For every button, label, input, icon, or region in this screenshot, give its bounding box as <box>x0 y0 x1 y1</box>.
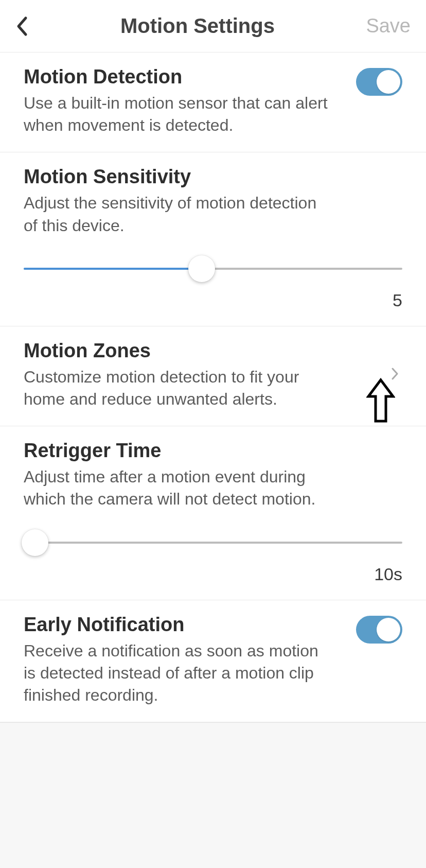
motion-sensitivity-desc: Adjust the sensitivity of motion detecti… <box>24 192 332 236</box>
slider-thumb[interactable] <box>22 529 48 556</box>
section-motion-zones[interactable]: Motion Zones Customize motion detection … <box>0 326 426 426</box>
motion-detection-desc: Use a built-in motion sensor that can al… <box>24 92 332 136</box>
retrigger-time-title: Retrigger Time <box>24 440 402 462</box>
section-early-notification: Early Notification Receive a notificatio… <box>0 600 426 723</box>
retrigger-time-slider[interactable] <box>24 529 402 556</box>
annotation-up-arrow-icon <box>366 378 395 425</box>
slider-fill <box>24 268 202 270</box>
footer-background <box>0 722 426 868</box>
header: Motion Settings Save <box>0 0 426 53</box>
motion-sensitivity-value: 5 <box>24 290 402 310</box>
retrigger-time-value: 10s <box>24 564 402 584</box>
chevron-left-icon <box>15 16 28 37</box>
motion-detection-title: Motion Detection <box>24 66 332 88</box>
motion-zones-desc: Customize motion detection to fit your h… <box>24 366 332 410</box>
slider-track <box>24 542 402 544</box>
retrigger-time-desc: Adjust time after a motion event during … <box>24 466 332 510</box>
motion-sensitivity-slider[interactable] <box>24 255 402 282</box>
section-motion-detection: Motion Detection Use a built-in motion s… <box>0 53 426 152</box>
toggle-knob <box>377 70 400 94</box>
section-retrigger-time: Retrigger Time Adjust time after a motio… <box>0 426 426 600</box>
slider-thumb[interactable] <box>188 255 215 282</box>
early-notification-title: Early Notification <box>24 614 332 636</box>
motion-detection-toggle[interactable] <box>356 68 402 96</box>
back-button[interactable] <box>15 16 36 37</box>
save-button[interactable]: Save <box>359 15 411 37</box>
motion-sensitivity-title: Motion Sensitivity <box>24 166 402 188</box>
page-title: Motion Settings <box>36 14 359 38</box>
motion-zones-title: Motion Zones <box>24 340 383 362</box>
early-notification-toggle[interactable] <box>356 616 402 644</box>
section-motion-sensitivity: Motion Sensitivity Adjust the sensitivit… <box>0 152 426 326</box>
early-notification-desc: Receive a notification as soon as motion… <box>24 640 332 707</box>
toggle-knob <box>377 618 400 641</box>
